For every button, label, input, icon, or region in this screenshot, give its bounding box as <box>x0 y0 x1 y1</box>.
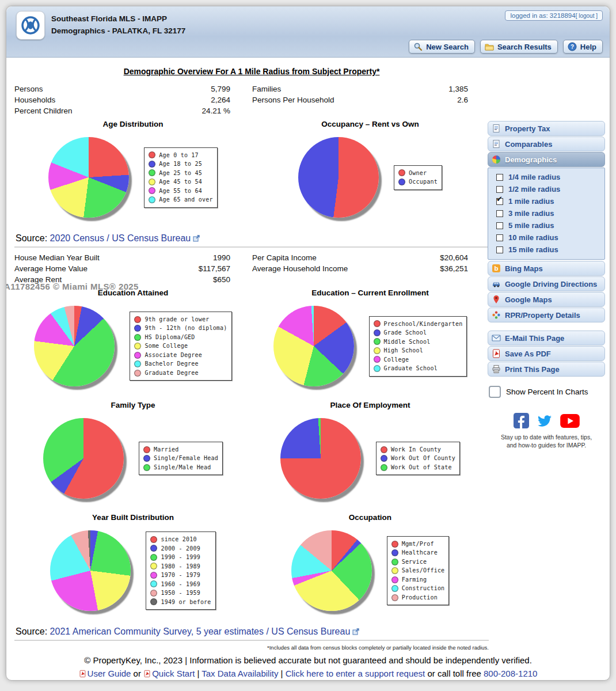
sidebar-item-comparables[interactable]: Comparables <box>488 136 605 151</box>
stat-row: Per Capita Income$20,604 <box>252 252 468 263</box>
facebook-icon[interactable] <box>514 413 529 428</box>
save-as-pdf-button[interactable]: Save As PDF <box>488 346 605 361</box>
legend-label: Middle School <box>384 337 431 347</box>
census-source-link[interactable]: 2020 Census / US Census Bureau <box>50 233 191 243</box>
show-percent-row[interactable]: Show Percent In Charts <box>489 386 605 398</box>
stat-value: 24.21 % <box>201 105 230 116</box>
chart-body: Work In CountyWork Out Of CountyWork Out… <box>252 409 489 510</box>
radius-option-15[interactable]: 15 mile radius <box>488 244 604 256</box>
radius-checkbox[interactable] <box>496 246 503 253</box>
radius-option-10[interactable]: 10 mile radius <box>488 231 604 244</box>
copyright-text: © PropertyKey, Inc., 2023 | Information … <box>6 654 610 667</box>
stat-value: $20,604 <box>440 252 468 263</box>
chart-body: OwnerOccupant <box>252 128 489 229</box>
sidebar-item-rpr-property-details[interactable]: RPR/Property Details <box>488 307 605 322</box>
twitter-icon[interactable] <box>536 413 553 428</box>
legend-item: 9th - 12th (no diploma) <box>134 324 227 333</box>
legend-item: 1980 - 1989 <box>150 562 211 571</box>
legend-label: Graduate Degree <box>145 369 198 378</box>
search-results-button[interactable]: Search Results <box>480 40 558 54</box>
radius-option-1[interactable]: 1 mile radius <box>488 195 604 207</box>
legend-swatch <box>391 576 398 583</box>
external-link-icon[interactable] <box>193 234 200 241</box>
radius-label: 3 mile radius <box>508 209 554 218</box>
legend-label: 1949 or before <box>161 598 211 607</box>
stat-row: House Median Year Built1990 <box>14 252 230 263</box>
pie-chart <box>43 418 124 499</box>
radius-label: 1/2 mile radius <box>508 185 560 193</box>
footer-link[interactable]: Tax Data Availability <box>201 669 278 678</box>
radius-footnote: *Includes all data from census blocks co… <box>14 644 489 651</box>
legend-swatch <box>374 347 381 354</box>
legend-swatch <box>150 572 157 579</box>
chart-title: Place Of Employment <box>252 401 489 409</box>
radius-checkbox[interactable] <box>496 198 503 205</box>
chart-title: Year Built Distribution <box>14 513 252 522</box>
email-this-page-button[interactable]: E-Mail This Page <box>488 331 605 346</box>
legend-label: 1970 - 1979 <box>161 571 200 580</box>
radius-option-3[interactable]: 3 mile radius <box>488 207 604 219</box>
chart-row-1: Age DistributionAge 0 to 17Age 18 to 25A… <box>14 116 489 229</box>
legend-label: Age 45 to 54 <box>159 177 202 187</box>
youtube-icon[interactable] <box>560 414 580 428</box>
radius-checkbox[interactable] <box>496 234 503 241</box>
chart-body: 9th grade or lower9th - 12th (no diploma… <box>14 297 252 397</box>
radius-checkbox[interactable] <box>496 174 503 181</box>
legend-swatch <box>149 151 155 158</box>
external-link-icon[interactable] <box>352 627 359 634</box>
legend-label: 9th - 12th (no diploma) <box>145 324 227 333</box>
legend-swatch <box>143 455 150 462</box>
footer-link[interactable]: User Guide <box>88 669 131 678</box>
legend-item: Grade School <box>374 328 463 337</box>
legend-item: 1990 - 1999 <box>150 553 211 562</box>
pie-chart <box>291 530 372 611</box>
legend-item: Graduate School <box>374 364 463 373</box>
print-this-page-button[interactable]: Print This Page <box>488 362 605 377</box>
legend-swatch <box>134 325 141 332</box>
legend-item: Graduate Degree <box>134 369 227 378</box>
show-percent-checkbox[interactable] <box>489 386 501 398</box>
logout-link[interactable]: [ logout ] <box>576 13 598 19</box>
legend-label: 9th grade or lower <box>145 315 209 324</box>
sidebar-item-bing-maps[interactable]: bBing Maps <box>488 261 605 276</box>
legend-swatch <box>381 446 387 453</box>
footer-link[interactable]: 800-208-1210 <box>484 669 537 678</box>
radius-option-1-4[interactable]: 1/4 mile radius <box>488 171 604 183</box>
acs-source-link[interactable]: 2021 American Community Survey, 5 year e… <box>50 627 351 636</box>
envelope-icon <box>492 333 501 343</box>
sidebar-item-label: E-Mail This Page <box>505 334 564 343</box>
sidebar-item-label: RPR/Property Details <box>505 311 580 320</box>
sidebar-item-google-maps[interactable]: Google Maps <box>488 292 605 307</box>
legend-label: Age 65 and over <box>159 195 212 204</box>
radius-option-1-2[interactable]: 1/2 mile radius <box>488 183 604 195</box>
footer-link[interactable]: Click here to enter a support request <box>286 669 425 678</box>
legend-swatch <box>391 549 398 556</box>
radius-checkbox[interactable] <box>496 210 503 217</box>
stat-row: Percent Children24.21 % <box>14 105 230 116</box>
pdf-icon <box>79 668 86 676</box>
stat-label: Per Capita Income <box>252 252 317 263</box>
chart-legend: 9th grade or lower9th - 12th (no diploma… <box>130 312 231 381</box>
radius-checkbox[interactable] <box>496 222 503 229</box>
radius-label: 10 mile radius <box>508 233 558 242</box>
legend-item: 1960 - 1969 <box>150 580 211 589</box>
legend-swatch <box>391 594 398 601</box>
footer-link[interactable]: Quick Start <box>152 669 195 678</box>
sidebar-item-label: Demographics <box>505 155 557 164</box>
pie-chart <box>298 137 379 218</box>
legend-item: Work Out Of County <box>381 454 455 463</box>
sidebar-item-demographics[interactable]: Demographics <box>488 152 605 167</box>
sidebar-item-google-driving-directions[interactable]: Google Driving Directions <box>488 276 605 291</box>
legend-swatch <box>381 464 387 471</box>
sidebar-item-property-tax[interactable]: Property Tax <box>488 121 605 136</box>
help-button[interactable]: ?Help <box>563 40 603 54</box>
legend-label: Mgmt/Prof <box>402 540 434 549</box>
legend-label: Owner <box>409 169 427 178</box>
chart-legend: OwnerOccupant <box>394 165 442 190</box>
radius-checkbox[interactable] <box>496 186 503 193</box>
new-search-button[interactable]: New Search <box>409 40 475 54</box>
svg-text:?: ? <box>571 44 574 50</box>
radius-option-5[interactable]: 5 mile radius <box>488 219 604 231</box>
sidebar-nav: Property TaxComparablesDemographics <box>488 121 605 167</box>
source-line-acs: Source: 2021 American Community Survey, … <box>16 627 489 637</box>
